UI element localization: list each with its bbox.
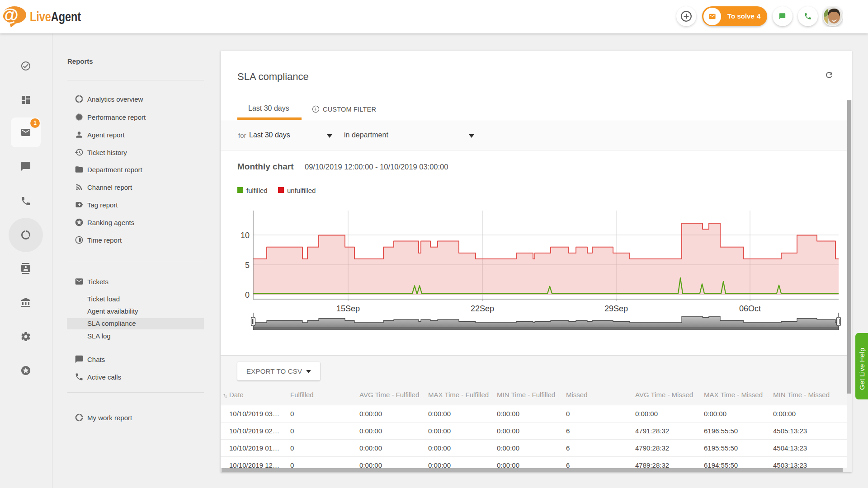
- svg-text:15Sep: 15Sep: [336, 304, 360, 313]
- svg-text:06Oct: 06Oct: [739, 304, 761, 313]
- svg-text:29Sep: 29Sep: [604, 304, 628, 313]
- svg-text:0: 0: [245, 291, 250, 300]
- svg-text:@: @: [0, 5, 19, 25]
- svg-text:LiveAgent: LiveAgent: [30, 9, 81, 24]
- svg-text:22Sep: 22Sep: [471, 304, 494, 313]
- svg-text:5: 5: [245, 261, 250, 270]
- svg-text:10: 10: [241, 231, 250, 240]
